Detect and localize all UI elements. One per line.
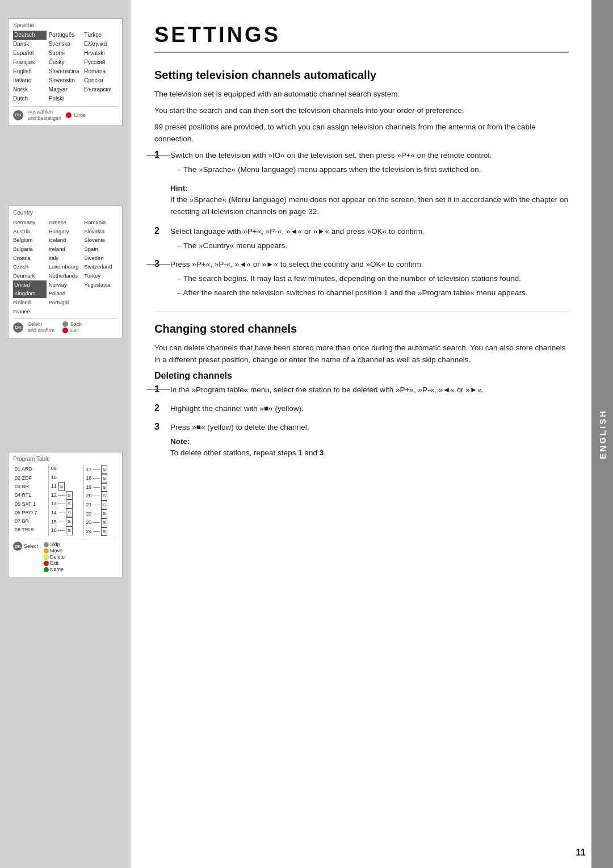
lang-polski[interactable]: Polski [49, 94, 82, 103]
lang-cesky[interactable]: Česky [49, 58, 82, 67]
ende-button[interactable]: Ende [66, 112, 86, 118]
sprache-title: Sprache [13, 22, 117, 28]
lang-dansk[interactable]: Dansk [13, 40, 47, 49]
country-poland[interactable]: Poland [49, 289, 82, 298]
country-germany[interactable]: Germany [13, 218, 47, 227]
prog-row-03[interactable]: 03 BR [15, 483, 46, 491]
lang-hrvatski[interactable]: Hrvatski [84, 49, 117, 58]
prog-row-23[interactable]: 23 ---- S [86, 518, 116, 527]
move-icon [44, 548, 49, 553]
country-hungary[interactable]: Hungary [49, 227, 82, 236]
country-ireland[interactable]: Ireland [49, 245, 82, 254]
prog-row-16[interactable]: 16 ---- S [51, 526, 81, 535]
ok-button-country[interactable]: OK [13, 322, 23, 333]
lang-espanol[interactable]: Español [13, 49, 47, 58]
lang-slovenscina[interactable]: Slovenščina [49, 67, 82, 76]
country-denmark[interactable]: Denmark [13, 271, 47, 280]
lang-russian[interactable]: Русский [84, 58, 117, 67]
sidebar: Sprache Deutsch Dansk Español Français E… [0, 0, 131, 868]
prog-row-13[interactable]: 13 ---- S [51, 500, 81, 509]
country-norway[interactable]: Norway [49, 280, 82, 290]
prog-row-15[interactable]: 15 ---- S [51, 517, 81, 526]
sprache-language-grid: Deutsch Dansk Español Français English I… [13, 31, 117, 103]
sprache-menu-box: Sprache Deutsch Dansk Español Français E… [8, 18, 123, 126]
prog-row-01[interactable]: 01 ARD [15, 465, 46, 473]
country-luxembourg[interactable]: Luxembourg [49, 262, 82, 271]
prog-row-24[interactable]: 24 ---- S [86, 527, 116, 536]
country-slovakia[interactable]: Slovakia [84, 227, 117, 236]
lang-italiano[interactable]: Italiano [13, 76, 47, 85]
prog-row-17[interactable]: 17 ---- S [86, 465, 116, 474]
s-badge-20: S [101, 492, 107, 501]
country-czech[interactable]: Czech [13, 262, 47, 271]
lang-portugues[interactable]: Português [49, 31, 82, 40]
lang-svenska[interactable]: Svenska [49, 40, 82, 49]
lang-greek[interactable]: Ελληνικά [84, 40, 117, 49]
lang-romana[interactable]: Română [84, 67, 117, 76]
country-uk[interactable]: United Kingdom [13, 280, 47, 298]
country-croatia[interactable]: Croatia [13, 254, 47, 263]
country-yugoslavia[interactable]: Yugoslavia [84, 280, 117, 290]
step-1-note: – The »Sprache« (Menu language) menu app… [170, 164, 492, 176]
prog-row-10[interactable]: 10 [51, 473, 81, 482]
prog-row-09[interactable]: 09 [51, 464, 81, 473]
lang-english[interactable]: English [13, 67, 47, 76]
lang-bulgarian[interactable]: Български [84, 85, 117, 94]
prog-row-11[interactable]: 11 S [51, 482, 81, 491]
english-label: ENGLISH [598, 409, 607, 459]
lang-francais[interactable]: Français [13, 58, 47, 67]
lang-magyar[interactable]: Magyar [49, 85, 82, 94]
deleting-channels-heading: Deleting channels [154, 371, 569, 381]
prog-row-02[interactable]: 02 ZDF [15, 474, 46, 483]
step-3: 3 Press »P+«, »P-«, »◄« or »►« to select… [154, 259, 569, 299]
prog-row-21[interactable]: 21 ---- S [86, 501, 116, 510]
lang-suomi[interactable]: Suomi [49, 49, 82, 58]
country-sweden[interactable]: Sweden [84, 254, 117, 263]
lang-norsk[interactable]: Norsk [13, 85, 47, 94]
exit-label2: Exit [50, 560, 58, 566]
prog-row-18[interactable]: 18 ---- S [86, 474, 116, 483]
country-romania[interactable]: Romania [84, 218, 117, 227]
step-2-number: 2 [154, 226, 170, 236]
ok-button-prog[interactable]: OK [13, 542, 22, 551]
country-spain[interactable]: Spain [84, 245, 117, 254]
lang-srpski[interactable]: Српски [84, 76, 117, 85]
exit-button[interactable]: Exit [62, 328, 82, 333]
lang-turkce[interactable]: Türkçe [84, 31, 117, 40]
lang-slovensko[interactable]: Slovensko [49, 76, 82, 85]
delete-icon [44, 555, 49, 560]
country-austria[interactable]: Austria [13, 227, 47, 236]
prog-row-07[interactable]: 07 BR [15, 517, 46, 526]
country-finland[interactable]: Finland [13, 298, 47, 307]
country-greece[interactable]: Greece [49, 218, 82, 227]
prog-row-12[interactable]: 12 ---- S [51, 491, 81, 500]
prog-row-08[interactable]: 08 TEL5 [15, 526, 46, 534]
prog-row-20[interactable]: 20 ---- S [86, 492, 116, 501]
delete-note-block: Note: To delete other stations, repeat s… [170, 436, 326, 460]
program-table-box: Program Table 01 ARD 02 ZDF 03 BR 04 RTL… [8, 452, 123, 577]
step-3-note1: – The search begins. It may last a few m… [170, 273, 528, 285]
lang-dutch[interactable]: Dutch [13, 94, 47, 103]
select-label: Select [28, 321, 54, 327]
country-belgium[interactable]: Belgium [13, 236, 47, 245]
back-button[interactable]: Back [62, 321, 82, 327]
s-badge-11: S [58, 482, 65, 491]
prog-row-04[interactable]: 04 RTL [15, 491, 46, 500]
country-slovenia[interactable]: Slovenia [84, 236, 117, 245]
country-france[interactable]: France [13, 307, 47, 316]
lang-deutsch[interactable]: Deutsch [13, 31, 47, 40]
prog-row-22[interactable]: 22 ---- S [86, 509, 116, 518]
program-table-title: Program Table [13, 456, 117, 462]
country-portugal[interactable]: Portugal [49, 298, 82, 307]
country-netherlands[interactable]: Netherlands [49, 271, 82, 280]
country-iceland[interactable]: Iceland [49, 236, 82, 245]
prog-row-06[interactable]: 06 PRO 7 [15, 509, 46, 517]
country-italy[interactable]: Italy [49, 254, 82, 263]
prog-row-14[interactable]: 14 ---- S [51, 509, 81, 518]
country-bulgaria[interactable]: Bulgaria [13, 245, 47, 254]
prog-row-05[interactable]: 05 SAT 1 [15, 500, 46, 509]
prog-row-19[interactable]: 19 ---- S [86, 483, 116, 492]
country-turkey[interactable]: Turkey [84, 271, 117, 280]
country-switzerland[interactable]: Switzerland [84, 262, 117, 271]
ok-button-sprache[interactable]: OK [13, 110, 23, 120]
